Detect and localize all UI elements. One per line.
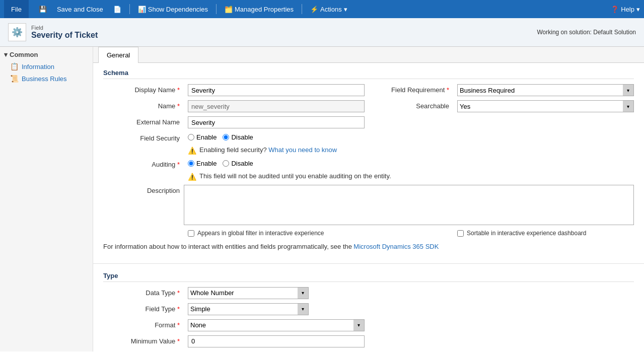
- field-security-link[interactable]: What you need to know: [268, 146, 337, 154]
- sidebar: ▾ Common 📋 Information 📜 Business Rules: [0, 47, 93, 351]
- tab-bar: General: [93, 47, 644, 63]
- unknown-icon-button[interactable]: 📄: [109, 4, 125, 15]
- global-filter-checkbox[interactable]: [188, 230, 194, 237]
- warning-icon-1: ⚠️: [188, 147, 196, 155]
- data-type-label: Data Type *: [103, 287, 184, 297]
- help-dropdown-icon: ▾: [636, 6, 640, 13]
- format-select[interactable]: None Duration Time Zone Language: [188, 319, 365, 331]
- external-name-col: External Name: [103, 116, 365, 128]
- field-type-col: Field Type * Simple Calculated Rollup ▾: [103, 303, 365, 315]
- page-icon: 📄: [113, 6, 121, 13]
- searchable-select[interactable]: Yes No: [457, 100, 634, 112]
- field-security-enable-option[interactable]: Enable: [188, 133, 217, 141]
- name-required: *: [175, 102, 180, 110]
- schema-section: Schema Display Name * Field Requirement …: [93, 63, 644, 261]
- field-security-disable-label: Disable: [231, 133, 253, 141]
- minimum-value-label: Minimum Value *: [103, 335, 184, 345]
- description-row: Description: [103, 185, 634, 225]
- header-left: ⚙️ Field Severity of Ticket: [8, 23, 98, 41]
- name-input[interactable]: [188, 100, 365, 112]
- save-icon: 💾: [39, 6, 47, 13]
- auditing-disable-option[interactable]: Disable: [223, 160, 253, 167]
- format-row: Format * None Duration Time Zone Languag…: [103, 319, 634, 331]
- field-type-label: Field Type *: [103, 303, 184, 313]
- searchable-col: Searchable Yes No ▾: [373, 100, 634, 112]
- file-button[interactable]: File: [4, 0, 29, 18]
- auditing-required: *: [175, 161, 180, 168]
- name-row: Name * Searchable Yes No ▾: [103, 100, 634, 112]
- format-select-wrapper: None Duration Time Zone Language ▾: [188, 319, 365, 331]
- field-type-select[interactable]: Simple Calculated Rollup: [188, 303, 309, 315]
- sdk-link[interactable]: Microsoft Dynamics 365 SDK: [353, 243, 439, 250]
- sortable-text: Sortable in interactive experience dashb…: [467, 229, 586, 238]
- auditing-disable-radio[interactable]: [223, 160, 229, 167]
- min-val-required: *: [175, 337, 180, 345]
- show-dependencies-button[interactable]: 📊 Show Dependencies: [134, 4, 212, 15]
- help-label: Help: [621, 6, 634, 13]
- separator-2: [216, 4, 217, 14]
- field-requirement-label: Field Requirement *: [373, 84, 453, 94]
- page-title: Severity of Ticket: [31, 31, 98, 40]
- display-name-input[interactable]: [188, 84, 365, 96]
- global-filter-checkbox-label[interactable]: Appears in global filter in interactive …: [188, 229, 365, 238]
- minimum-value-row: Minimum Value *: [103, 335, 634, 347]
- name-label: Name *: [103, 100, 184, 110]
- help-button[interactable]: ❓ Help ▾: [611, 6, 640, 13]
- auditing-warning: ⚠️ This field will not be audited until …: [188, 172, 634, 181]
- minimum-value-col: Minimum Value *: [103, 335, 365, 347]
- sidebar-section-common[interactable]: ▾ Common: [0, 49, 93, 60]
- field-security-label: Field Security: [103, 132, 184, 142]
- tab-general[interactable]: General: [98, 47, 138, 63]
- auditing-radio-group: Enable Disable: [188, 159, 253, 167]
- sidebar-item-information[interactable]: 📋 Information: [0, 60, 93, 73]
- sidebar-item-business-rules[interactable]: 📜 Business Rules: [0, 73, 93, 85]
- field-type-select-wrapper: Simple Calculated Rollup ▾: [188, 303, 309, 315]
- auditing-warning-text: This field will not be audited until you…: [199, 172, 391, 180]
- data-type-select[interactable]: Whole Number Text Decimal Number Floatin…: [188, 287, 309, 299]
- field-security-enable-label: Enable: [196, 133, 217, 141]
- header-titles: Field Severity of Ticket: [31, 25, 98, 40]
- actions-button[interactable]: ⚡ Actions ▾: [306, 4, 351, 15]
- description-label: Description: [103, 185, 184, 194]
- info-text: For information about how to interact wi…: [103, 243, 352, 250]
- field-security-enable-radio[interactable]: [188, 134, 194, 140]
- type-section-title: Type: [103, 272, 634, 282]
- data-type-required: *: [175, 289, 180, 297]
- field-security-col: Field Security Enable Disable: [103, 132, 634, 142]
- auditing-disable-label: Disable: [231, 160, 253, 167]
- sortable-col: Sortable in interactive experience dashb…: [373, 229, 634, 238]
- display-name-row: Display Name * Field Requirement * No Co…: [103, 84, 634, 96]
- external-name-input[interactable]: [188, 116, 365, 128]
- sidebar-information-label: Information: [22, 63, 54, 71]
- auditing-enable-radio[interactable]: [188, 160, 194, 167]
- info-row: For information about how to interact wi…: [103, 243, 634, 250]
- external-name-row: External Name: [103, 116, 634, 128]
- description-textarea[interactable]: [184, 185, 634, 225]
- sortable-checkbox-label[interactable]: Sortable in interactive experience dashb…: [457, 229, 634, 238]
- header-subtitle: Field: [31, 25, 98, 31]
- field-requirement-select-wrapper: No Constraint Business Recommended Busin…: [457, 84, 634, 96]
- schema-section-title: Schema: [103, 69, 634, 79]
- global-filter-text: Appears in global filter in interactive …: [197, 229, 324, 238]
- searchable-label: Searchable: [373, 100, 453, 110]
- field-requirement-select[interactable]: No Constraint Business Recommended Busin…: [457, 84, 634, 96]
- field-security-disable-option[interactable]: Disable: [223, 133, 253, 141]
- field-security-radio-group: Enable Disable: [188, 132, 253, 141]
- minimum-value-input[interactable]: [188, 335, 365, 347]
- content-area: General Schema Display Name * Field Requ…: [93, 47, 644, 351]
- save-close-button[interactable]: Save and Close: [53, 4, 107, 15]
- save-icon-button[interactable]: 💾: [35, 4, 51, 15]
- field-security-disable-radio[interactable]: [223, 134, 229, 140]
- type-section: Type Data Type * Whole Number Text Decim…: [93, 268, 644, 351]
- field-type-row: Field Type * Simple Calculated Rollup ▾: [103, 303, 634, 315]
- rules-icon: 📜: [10, 75, 19, 83]
- sortable-checkbox[interactable]: [457, 230, 464, 237]
- auditing-col: Auditing * Enable Disable: [103, 159, 634, 168]
- global-filter-col: Appears in global filter in interactive …: [103, 229, 365, 238]
- auditing-enable-label: Enable: [196, 160, 217, 167]
- auditing-enable-option[interactable]: Enable: [188, 160, 217, 167]
- properties-icon: 🗂️: [225, 6, 233, 13]
- managed-properties-button[interactable]: 🗂️ Managed Properties: [221, 4, 298, 15]
- separator-1: [129, 4, 130, 14]
- actions-dropdown-icon: ▾: [344, 6, 347, 13]
